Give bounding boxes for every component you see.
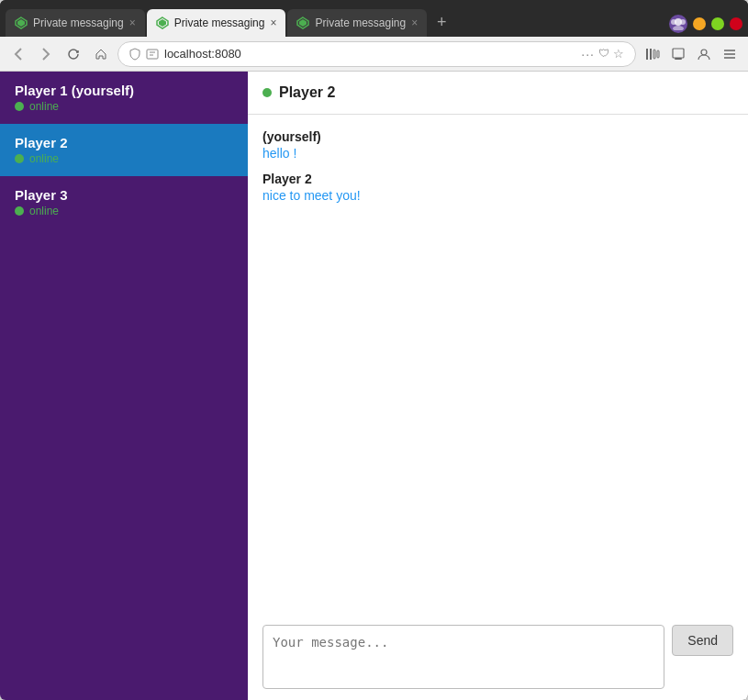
player1-status-dot — [15, 102, 24, 111]
tab-2-title: Private messaging — [174, 17, 265, 29]
svg-point-8 — [680, 19, 686, 25]
bookmark-icon[interactable]: ☆ — [613, 47, 624, 61]
account-icon — [698, 48, 710, 61]
player3-status-row: online — [15, 205, 233, 217]
tab-1-icon — [15, 17, 28, 29]
svg-rect-10 — [147, 50, 158, 59]
refresh-button[interactable] — [62, 43, 84, 65]
browser-window: Private messaging × Private messaging × … — [0, 0, 748, 700]
user-account-button[interactable] — [693, 43, 715, 65]
tab-3-icon — [296, 17, 309, 29]
player3-name: Player 3 — [15, 187, 233, 203]
svg-rect-12 — [650, 49, 652, 60]
page-icon — [146, 49, 159, 60]
library-button[interactable] — [642, 43, 664, 65]
player3-status-text: online — [29, 205, 59, 217]
new-tab-button[interactable]: + — [429, 9, 454, 35]
url-text: localhost:8080 — [164, 47, 575, 61]
address-bar: localhost:8080 ··· 🛡 ☆ — [0, 37, 748, 72]
svg-rect-11 — [646, 49, 648, 60]
message-1-sender: (yourself) — [262, 129, 733, 144]
player2-status-dot — [15, 154, 24, 163]
player1-status-text: online — [29, 100, 59, 113]
player1-status-row: online — [15, 100, 233, 113]
chat-area: Player 2 (yourself) hello ! Player 2 nic… — [248, 72, 748, 700]
menu-icon — [723, 49, 736, 60]
minimize-button[interactable] — [693, 17, 706, 30]
player2-status-text: online — [29, 152, 59, 165]
maximize-button[interactable] — [711, 17, 724, 30]
chat-header-status-dot — [262, 88, 272, 97]
svg-marker-3 — [159, 19, 166, 27]
player2-status-row: online — [15, 152, 233, 165]
player2-name: Player 2 — [15, 135, 233, 150]
sidebar-item-player1[interactable]: Player 1 (yourself) online — [0, 72, 248, 124]
toolbar-right — [642, 43, 741, 65]
address-input-box[interactable]: localhost:8080 ··· 🛡 ☆ — [117, 41, 636, 67]
svg-point-17 — [701, 50, 707, 55]
svg-rect-16 — [675, 58, 682, 60]
message-2-sender: Player 2 — [262, 172, 733, 186]
address-bar-icons: ··· 🛡 ☆ — [581, 47, 624, 61]
chat-header-name: Player 2 — [279, 84, 335, 101]
svg-rect-15 — [673, 49, 684, 58]
tab-1-close[interactable]: × — [129, 17, 136, 29]
svg-point-9 — [673, 26, 684, 30]
profile-avatar — [669, 15, 687, 33]
svg-point-7 — [671, 19, 676, 25]
more-icon[interactable]: ··· — [581, 47, 595, 61]
tab-2-close[interactable]: × — [270, 17, 276, 29]
tab-3[interactable]: Private messaging × — [287, 9, 427, 37]
send-button[interactable]: Send — [672, 625, 733, 656]
player1-name: Player 1 (yourself) — [15, 83, 233, 98]
sidebar-item-player2[interactable]: Player 2 online — [0, 124, 248, 176]
app-content: Player 1 (yourself) online Player 2 onli… — [0, 72, 748, 700]
synced-tabs-button[interactable] — [667, 43, 689, 65]
chat-header: Player 2 — [248, 72, 748, 115]
tab-3-close[interactable]: × — [411, 17, 418, 29]
browser-controls — [669, 15, 742, 33]
tab-1-title: Private messaging — [33, 17, 124, 29]
shield-icon — [129, 48, 140, 61]
library-icon — [645, 48, 660, 61]
message-2-text: nice to meet you! — [262, 188, 733, 203]
forward-button[interactable] — [35, 43, 57, 65]
tab-2[interactable]: Private messaging × — [147, 9, 286, 37]
back-button[interactable] — [7, 43, 29, 65]
message-1: (yourself) hello ! — [262, 129, 733, 161]
svg-rect-14 — [657, 50, 659, 58]
message-input[interactable] — [262, 625, 664, 689]
tab-3-title: Private messaging — [315, 17, 406, 29]
tab-1[interactable]: Private messaging × — [6, 9, 145, 37]
chat-input-area: Send — [248, 614, 748, 700]
synced-icon — [672, 48, 685, 61]
sidebar-item-player3[interactable]: Player 3 online — [0, 176, 248, 228]
close-button[interactable] — [730, 17, 742, 30]
message-2: Player 2 nice to meet you! — [262, 172, 733, 203]
chat-messages: (yourself) hello ! Player 2 nice to meet… — [248, 115, 748, 614]
tab-2-icon — [156, 17, 169, 29]
sidebar: Player 1 (yourself) online Player 2 onli… — [0, 72, 248, 700]
svg-marker-1 — [17, 19, 25, 27]
home-button[interactable] — [90, 43, 112, 65]
message-1-text: hello ! — [262, 146, 733, 161]
svg-rect-13 — [653, 50, 655, 59]
svg-marker-5 — [299, 19, 307, 27]
pocket-icon[interactable]: 🛡 — [598, 47, 609, 61]
tab-bar: Private messaging × Private messaging × … — [0, 0, 748, 37]
hamburger-button[interactable] — [719, 43, 741, 65]
player3-status-dot — [15, 206, 24, 216]
